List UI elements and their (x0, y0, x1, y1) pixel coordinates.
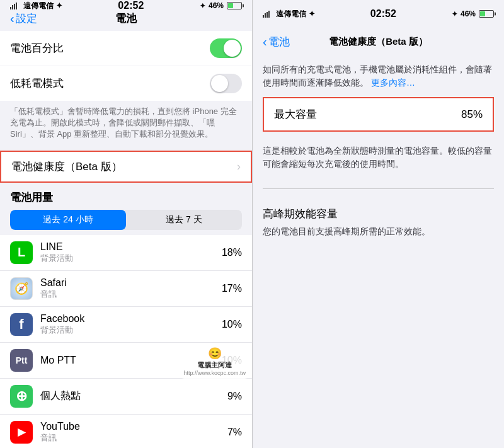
peak-title: 高峰期效能容量 (263, 202, 494, 225)
app-info-safari: Safari 音訊 (40, 277, 222, 300)
hotspot-icon: ⊕ (10, 385, 33, 408)
app-percent-facebook: 10% (222, 319, 242, 330)
battery-area-left: ✦ 46% (200, 1, 242, 10)
svg-rect-3 (16, 3, 17, 9)
svg-rect-2 (14, 4, 15, 9)
app-sub-safari: 音訊 (40, 289, 222, 300)
svg-rect-1 (12, 5, 13, 9)
app-percent-line: 18% (222, 247, 242, 258)
low-power-toggle-knob (211, 75, 228, 92)
health-chevron-icon: › (237, 160, 241, 173)
left-panel: 遠傳電信 ✦ 02:52 ✦ 46% ‹ 設定 電池 電池百分比 (0, 0, 252, 448)
app-sub-facebook: 背景活動 (40, 325, 222, 336)
battery-icon-right (479, 10, 494, 18)
battery-percent-label: 電池百分比 (10, 41, 64, 55)
time-right: 02:52 (370, 8, 396, 20)
nav-bar-left: ‹ 設定 電池 (0, 11, 252, 26)
battery-health-row[interactable]: 電池健康度（Beta 版） › (1, 152, 251, 181)
list-item[interactable]: ⊕ 個人熱點 9% (0, 379, 252, 415)
app-percent-safari: 17% (222, 283, 242, 294)
status-bar-right: 遠傳電信 ✦ 02:52 ✦ 46% (253, 0, 504, 28)
capacity-section: 最大容量 85% (263, 97, 494, 132)
list-item[interactable]: ▶ YouTube 音訊 7% (0, 415, 252, 448)
app-name-safari: Safari (40, 277, 222, 289)
app-percent-youtube: 7% (227, 427, 242, 438)
capacity-value: 85% (461, 108, 483, 121)
battery-health-container: 電池健康度（Beta 版） › (0, 151, 252, 183)
right-panel: 遠傳電信 ✦ 02:52 ✦ 46% ‹ 電池 電池健康度（Beta 版） 如同… (252, 0, 504, 448)
moptt-icon: Ptt (10, 349, 33, 372)
usage-section-header: 電池用量 (0, 183, 252, 210)
more-link[interactable]: 更多內容… (371, 78, 415, 88)
svg-rect-4 (263, 15, 264, 18)
app-info-hotspot: 個人熱點 (40, 389, 227, 403)
chevron-left-icon: ‹ (10, 11, 14, 26)
list-item[interactable]: f Facebook 背景活動 10% (0, 307, 252, 343)
svg-rect-7 (268, 11, 270, 18)
watermark: 😊 電腦主阿達 http://www.kocpc.com.tw (180, 344, 249, 379)
peak-section: 高峰期效能容量 您的電池目前支援高峰期所需的正常效能。 (263, 197, 494, 238)
back-button-right[interactable]: ‹ 電池 (263, 35, 290, 49)
svg-rect-0 (10, 7, 11, 9)
toggle-knob (224, 40, 241, 57)
app-name-line: LINE (40, 241, 222, 253)
app-percent-hotspot: 9% (227, 391, 242, 402)
svg-rect-6 (266, 12, 268, 18)
peak-description: 您的電池目前支援高峰期所需的正常效能。 (263, 225, 494, 238)
time-left: 02:52 (118, 0, 144, 11)
app-list: L LINE 背景活動 18% 🧭 Safari 音訊 17% f Facebo… (0, 235, 252, 448)
chevron-right-icon: ‹ (263, 35, 267, 49)
app-info-line: LINE 背景活動 (40, 241, 222, 264)
low-power-label: 低耗電模式 (10, 76, 64, 91)
page-title-left: 電池 (115, 11, 137, 26)
battery-area-right: ✦ 46% (452, 9, 494, 18)
battery-health-label: 電池健康度（Beta 版） (11, 159, 122, 174)
back-button-left[interactable]: ‹ 設定 (10, 11, 37, 26)
page-title-right: 電池健康度（Beta 版） (329, 36, 428, 48)
carrier-right: 遠傳電信 ✦ (263, 9, 315, 20)
tab-container: 過去 24 小時 過去 7 天 (0, 210, 252, 235)
right-content: 如同所有的充電式電池，手機電池屬於消耗性組件，會隨著使用時間而逐漸降低效能。 更… (253, 55, 504, 448)
carrier-left: 遠傳電信 ✦ (10, 1, 62, 11)
tab-row: 過去 24 小時 過去 7 天 (10, 210, 242, 230)
battery-icon-left (227, 2, 242, 9)
battery-percent-toggle[interactable] (210, 38, 242, 58)
app-name-facebook: Facebook (40, 313, 222, 325)
app-name-hotspot: 個人熱點 (40, 389, 227, 403)
capacity-row: 最大容量 85% (264, 98, 493, 130)
battery-percent-section: 電池百分比 (0, 31, 252, 66)
tab-7d[interactable]: 過去 7 天 (126, 210, 242, 230)
battery-percent-row: 電池百分比 (0, 31, 252, 66)
low-power-setting: 低耗電模式 (10, 66, 242, 101)
app-name-youtube: YouTube (40, 421, 227, 432)
facebook-icon: f (10, 313, 33, 336)
app-info-youtube: YouTube 音訊 (40, 421, 227, 444)
app-sub-line: 背景活動 (40, 253, 222, 264)
tab-24h[interactable]: 過去 24 小時 (10, 210, 126, 230)
app-info-facebook: Facebook 背景活動 (40, 313, 222, 336)
status-bar-left: 遠傳電信 ✦ 02:52 ✦ 46% (0, 0, 252, 11)
capacity-label: 最大容量 (274, 107, 317, 122)
divider (263, 188, 494, 189)
capacity-description: 這是相較於電池為全新狀態時測量的電池容量。較低的容量可能會縮短每次充電後的使用時… (263, 139, 494, 181)
low-power-toggle[interactable] (210, 74, 242, 93)
svg-rect-5 (265, 13, 266, 18)
low-power-description: 「低耗電模式」會暫時降低電力的損耗，直到您將 iPhone 完全充電為止。開啟此… (0, 101, 252, 146)
app-sub-youtube: 音訊 (40, 432, 227, 444)
nav-bar-right: ‹ 電池 電池健康度（Beta 版） (253, 28, 504, 55)
right-intro: 如同所有的充電式電池，手機電池屬於消耗性組件，會隨著使用時間而逐漸降低效能。 更… (263, 55, 494, 97)
list-item[interactable]: L LINE 背景活動 18% (0, 235, 252, 271)
safari-icon: 🧭 (10, 277, 33, 300)
youtube-icon: ▶ (10, 421, 33, 444)
line-icon: L (10, 241, 33, 264)
low-power-row: 低耗電模式 (0, 66, 252, 101)
low-power-section: 低耗電模式 (0, 66, 252, 101)
list-item[interactable]: 🧭 Safari 音訊 17% (0, 271, 252, 307)
battery-percent-setting: 電池百分比 (10, 31, 242, 66)
